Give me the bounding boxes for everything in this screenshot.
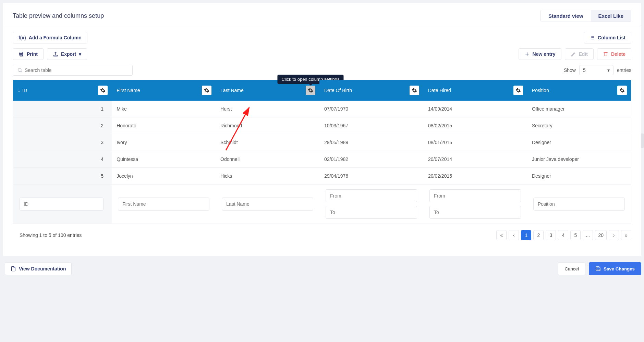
table-row[interactable]: 5JocelynHicks29/04/197620/02/2015Designe… [13, 168, 631, 185]
column-header-position[interactable]: Position [527, 80, 631, 101]
cell-pos: Designer [527, 134, 631, 151]
cell-dob: 10/03/1967 [319, 117, 423, 134]
save-button[interactable]: Save Changes [589, 262, 641, 275]
table-row[interactable]: 4QuintessaOdonnell02/01/198220/07/2014Ju… [13, 151, 631, 168]
pencil-icon [571, 51, 576, 57]
cancel-button[interactable]: Cancel [558, 262, 585, 275]
page-...[interactable]: ... [583, 230, 593, 240]
filter-first[interactable] [118, 198, 209, 211]
cell-hired: 20/07/2014 [423, 151, 527, 168]
column-header-dob[interactable]: Date Of Birth [319, 80, 423, 101]
showing-info: Showing 1 to 5 of 100 entries [20, 232, 82, 238]
search-input[interactable] [25, 67, 128, 73]
cell-first: Jocelyn [112, 168, 216, 185]
column-settings-last[interactable]: Click to open column settings [306, 86, 315, 95]
view-documentation-button[interactable]: View Documentation [5, 262, 72, 275]
cell-dob: 07/07/1970 [319, 101, 423, 117]
column-list-button[interactable]: Column List [584, 32, 631, 43]
cell-last: Odonnell [216, 151, 319, 168]
cell-id: 1 [13, 101, 112, 117]
cell-last: Schmidt [216, 134, 319, 151]
page-3[interactable]: 3 [546, 230, 556, 240]
cell-hired: 08/01/2015 [423, 134, 527, 151]
cell-hired: 14/09/2014 [423, 101, 527, 117]
chevron-down-icon: ▾ [607, 67, 610, 73]
page-prev[interactable]: ‹ [509, 230, 519, 240]
data-table: ↓ ID First Name Last Na [13, 80, 631, 224]
page-last[interactable]: » [621, 230, 631, 240]
search-input-wrap [13, 65, 133, 76]
table-row[interactable]: 3IvorySchmidt29/05/198908/01/2015Designe… [13, 134, 631, 151]
cell-first: Mike [112, 101, 216, 117]
cell-first: Ivory [112, 134, 216, 151]
view-standard-button[interactable]: Standard view [541, 10, 591, 22]
plus-icon [524, 51, 530, 57]
cell-dob: 02/01/1982 [319, 151, 423, 168]
cell-hired: 08/02/2015 [423, 117, 527, 134]
filter-id[interactable] [19, 198, 104, 211]
cell-id: 3 [13, 134, 112, 151]
column-header-id[interactable]: ↓ ID [13, 80, 112, 101]
export-button[interactable]: Export ▾ [47, 48, 87, 60]
trash-icon [603, 51, 608, 57]
export-icon [53, 51, 58, 57]
filter-dob-to[interactable] [326, 206, 417, 219]
page-first[interactable]: « [496, 230, 507, 240]
delete-button[interactable]: Delete [597, 48, 631, 60]
edit-button[interactable]: Edit [565, 48, 594, 60]
filter-dob-from[interactable] [326, 189, 417, 202]
cell-pos: Office manager [527, 101, 631, 117]
table-row[interactable]: 2HonoratoRichmond10/03/196708/02/2015Sec… [13, 117, 631, 134]
column-settings-dob[interactable] [410, 86, 419, 95]
entries-label: entries [617, 67, 631, 73]
add-formula-button[interactable]: f(x) Add a Formula Column [13, 32, 87, 43]
page-next[interactable]: › [609, 230, 619, 240]
cell-pos: Junior Java developer [527, 151, 631, 168]
column-settings-hired[interactable] [513, 86, 523, 95]
cell-first: Honorato [112, 117, 216, 134]
page-2[interactable]: 2 [533, 230, 544, 240]
cell-pos: Designer [527, 168, 631, 185]
new-entry-button[interactable]: New entry [519, 48, 561, 60]
cell-hired: 20/02/2015 [423, 168, 527, 185]
pagination: « ‹ 12345...20 › » [496, 230, 631, 240]
svg-rect-9 [54, 55, 58, 56]
document-icon [11, 266, 16, 271]
cell-id: 4 [13, 151, 112, 168]
page-4[interactable]: 4 [558, 230, 568, 240]
cell-dob: 29/05/1989 [319, 134, 423, 151]
page-20[interactable]: 20 [595, 230, 607, 240]
filter-hired-to[interactable] [429, 206, 521, 219]
view-toggle: Standard view Excel Like [540, 10, 631, 22]
print-button[interactable]: Print [13, 48, 44, 60]
cell-pos: Secretary [527, 117, 631, 134]
page-5[interactable]: 5 [570, 230, 581, 240]
table-row[interactable]: 1MikeHurst07/07/197014/09/2014Office man… [13, 101, 631, 117]
cell-id: 2 [13, 117, 112, 134]
show-label: Show [564, 67, 576, 73]
svg-line-14 [21, 71, 22, 72]
filter-last[interactable] [222, 198, 313, 211]
filter-position[interactable] [533, 198, 625, 211]
page-1[interactable]: 1 [521, 230, 531, 240]
column-header-hired[interactable]: Date Hired [423, 80, 527, 101]
search-icon [17, 67, 23, 73]
print-icon [19, 51, 24, 57]
filter-hired-from[interactable] [429, 189, 521, 202]
page-title: Table preview and columns setup [13, 12, 104, 20]
chevron-down-icon: ▾ [79, 51, 81, 57]
cell-last: Hicks [216, 168, 319, 185]
entries-select[interactable]: 5 ▾ [579, 65, 613, 75]
column-settings-position[interactable] [617, 86, 627, 95]
svg-rect-12 [604, 53, 607, 56]
cell-dob: 29/04/1976 [319, 168, 423, 185]
save-icon [595, 266, 601, 271]
column-header-last[interactable]: Last Name Click to open column settings [216, 80, 319, 101]
cell-first: Quintessa [112, 151, 216, 168]
cell-last: Hurst [216, 101, 319, 117]
view-excel-button[interactable]: Excel Like [591, 10, 631, 22]
column-settings-id[interactable] [98, 86, 108, 95]
column-settings-first[interactable] [202, 86, 211, 95]
formula-icon: f(x) [19, 35, 26, 40]
column-header-first[interactable]: First Name [112, 80, 216, 101]
